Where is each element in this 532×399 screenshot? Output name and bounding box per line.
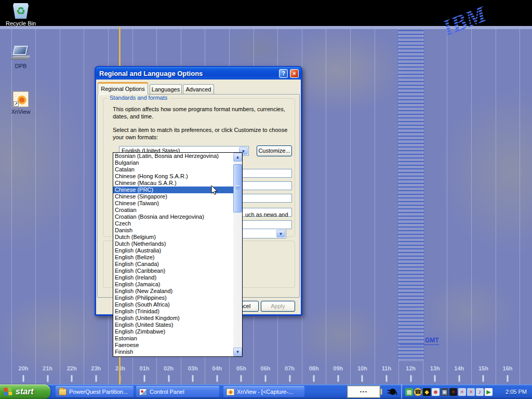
scrollbar-thumb[interactable] (233, 164, 242, 212)
language-list-item[interactable]: Chinese (Taiwan) (113, 200, 233, 207)
language-list-item[interactable]: Dutch (Belgium) (113, 234, 233, 241)
help-button[interactable]: ? (279, 69, 288, 78)
language-list-item[interactable]: Croatian (113, 207, 233, 214)
timezone-tick (71, 375, 73, 382)
timezone-hour-label: 10h (357, 365, 367, 371)
language-list-item[interactable]: English (Caribbean) (113, 268, 233, 274)
icon-label: DPB (1, 63, 41, 69)
laptop-icon (11, 45, 30, 61)
recycle-bin-desktop-icon[interactable]: ♻ Recycle Bin (1, 3, 41, 26)
language-list-item[interactable]: English (South Africa) (113, 301, 233, 308)
language-list-item[interactable]: English (Trinidad) (113, 308, 233, 315)
dialog-titlebar[interactable]: Regional and Language Options ? × (96, 67, 301, 79)
chevron-down-icon[interactable]: ▼ (276, 230, 285, 237)
language-list-item[interactable]: English (Belize) (113, 254, 233, 261)
ac-plug-icon (387, 388, 397, 396)
timezone-line (11, 29, 12, 384)
language-list-item[interactable]: Catalan (113, 166, 233, 173)
language-list-item[interactable]: Chinese (Hong Kong S.A.R.) (113, 173, 233, 180)
timezone-hour-label: 03h (188, 365, 198, 371)
timezone-hour-label: 22h (67, 365, 77, 371)
timezone-tick (144, 375, 145, 382)
customize-button[interactable]: Customize... (257, 145, 292, 156)
apply-button[interactable]: Apply (261, 301, 295, 312)
language-list-item[interactable]: Finnish (113, 349, 233, 355)
timezone-tick (337, 375, 339, 382)
offline-users-icon[interactable]: ☻ (432, 388, 440, 396)
svg-text:IBM: IBM (438, 1, 490, 35)
timezone-hour-label: 23h (91, 365, 101, 371)
list-scrollbar[interactable]: ▲ ▼ (233, 153, 242, 356)
system-tray: ▦☎◆☻▣×××♪▶ 2:05 PM (401, 384, 532, 399)
timezone-line (350, 29, 351, 384)
battery-meter[interactable]: --- (347, 385, 380, 398)
network-disconnected-icon[interactable]: × (458, 388, 466, 396)
start-label: start (16, 387, 34, 396)
language-list-item[interactable]: Estonian (113, 335, 233, 342)
language-list-item[interactable]: English (Australia) (113, 247, 233, 254)
timezone-tick (410, 375, 411, 382)
start-button[interactable]: start (0, 384, 50, 399)
timezone-line (496, 29, 496, 384)
volume-icon[interactable]: ♪ (476, 388, 484, 396)
timezone-line (60, 29, 60, 384)
language-list-item[interactable]: Bulgarian (113, 159, 233, 166)
language-list-item[interactable]: English (Philippines) (113, 295, 233, 301)
language-list-item[interactable]: English (United States) (113, 322, 233, 328)
language-list-item[interactable]: Dutch (Netherlands) (113, 241, 233, 247)
language-list-item[interactable]: Czech (113, 220, 233, 227)
xnview-icon (227, 389, 234, 395)
wireless-disconnected-icon[interactable]: × (467, 388, 475, 396)
windows-flag-icon (4, 387, 14, 396)
close-button[interactable]: × (290, 69, 299, 78)
network-connections-icon[interactable]: ▣ (441, 388, 448, 396)
timezone-tick (168, 375, 169, 382)
tab-languages[interactable]: Languages (150, 84, 182, 94)
dpb-desktop-icon[interactable]: DPB (1, 45, 41, 69)
language-list-item[interactable]: English (United Kingdom) (113, 315, 233, 322)
control-panel-icon (139, 389, 147, 395)
timezone-hour-label: 04h (212, 365, 222, 371)
scroll-up-icon[interactable]: ▲ (233, 153, 242, 162)
tab-regional-options[interactable]: Regional Options (98, 82, 148, 95)
timezone-hour-band: 20h21h22h23h24h01h02h03h04h05h06h07h08h0… (0, 361, 532, 384)
power-meter-icon[interactable]: ◆ (423, 388, 431, 396)
language-list-item[interactable]: Danish (113, 227, 233, 234)
taskbar-clock[interactable]: 2:05 PM (506, 389, 527, 395)
language-list-item[interactable]: English (New Zealand) (113, 288, 233, 295)
dialer-icon[interactable]: ☎ (414, 388, 422, 396)
scheduler-icon[interactable]: ▶ (485, 388, 493, 396)
language-list-item[interactable]: English (Ireland) (113, 274, 233, 281)
timezone-hour-label: 08h (309, 365, 319, 371)
icon-label: XnView (1, 109, 41, 115)
tab-advanced[interactable]: Advanced (183, 84, 214, 94)
timezone-tick (434, 375, 436, 382)
timezone-line (326, 29, 326, 384)
timezone-tick (23, 375, 24, 382)
taskbar-button-xnview[interactable]: XnView - [<Capture-... (223, 386, 304, 397)
safely-remove-hardware-icon[interactable]: ▦ (405, 388, 413, 396)
timezone-line (520, 29, 520, 384)
desktop: GMT 20h21h22h23h24h01h02h03h04h05h06h07h… (0, 0, 532, 399)
timezone-tick (507, 375, 509, 382)
timezone-tick (95, 375, 97, 382)
language-list-item[interactable]: Croatian (Bosnia and Herzegovina) (113, 214, 233, 220)
taskbar-button-powerquest[interactable]: PowerQuest Partition... (56, 386, 134, 397)
timezone-tick (192, 375, 194, 382)
language-list-item[interactable]: English (Jamaica) (113, 281, 233, 288)
timezone-tick (241, 375, 242, 382)
xnview-desktop-icon[interactable]: : : ➚ XnView (1, 91, 41, 115)
groupbox-label: Standards and formats (108, 95, 169, 101)
taskbar-button-control-panel[interactable]: Control Panel (136, 386, 219, 397)
language-list-item[interactable]: English (Canada) (113, 261, 233, 268)
folder-icon (59, 389, 66, 395)
ibm-logo: IBM (426, 0, 514, 35)
shortcut-arrow-icon: ➚ (14, 101, 19, 107)
language-list-item[interactable]: English (Zimbabwe) (113, 328, 233, 335)
no-signal-icon[interactable]: × (449, 388, 457, 396)
language-dropdown-list[interactable]: Bosnian (Latin, Bosnia and Herzegovina)B… (113, 152, 243, 357)
language-list-item[interactable]: Faeroese (113, 342, 233, 349)
language-list-item[interactable]: Bosnian (Latin, Bosnia and Herzegovina) (113, 153, 233, 159)
dialog-title: Regional and Language Options (96, 70, 279, 77)
scroll-down-icon[interactable]: ▼ (233, 348, 242, 356)
